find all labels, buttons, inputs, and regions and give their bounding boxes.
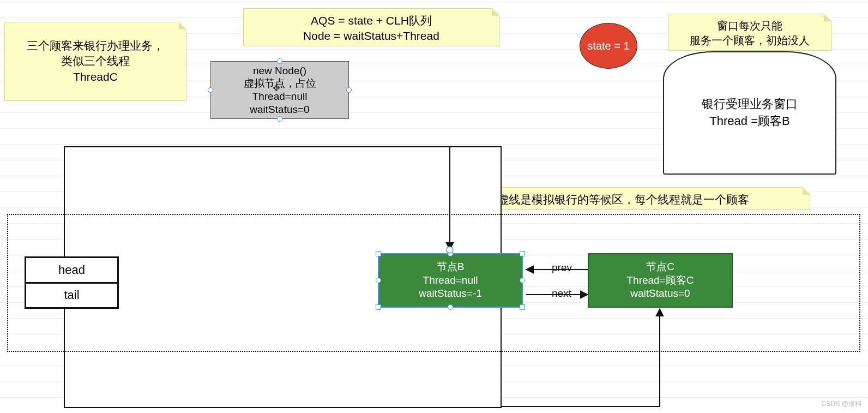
box-virtual-node[interactable]: new Node() 虚拟节点，占位 Thread=null waitStatu…	[210, 61, 349, 119]
selection-handle[interactable]	[520, 304, 525, 310]
selection-handle[interactable]	[376, 304, 381, 310]
note-window-rule: 窗口每次只能 服务一个顾客，初始没人	[668, 14, 831, 51]
bank-service-window: 银行受理业务窗口 Thread =顾客B	[663, 51, 836, 175]
watermark: CSDN @浙桐	[821, 399, 861, 409]
label-next: next	[552, 288, 571, 300]
text-line: 银行受理业务窗口	[664, 96, 835, 113]
text-line: waitStatus=0	[589, 287, 732, 301]
selection-handle[interactable]	[277, 58, 282, 64]
text-line: 虚拟节点，占位	[211, 77, 348, 90]
node-c[interactable]: 节点C Thread=顾客C waitStatus=0	[588, 253, 733, 308]
text-line: Node = waitStatus+Thread	[250, 28, 492, 44]
text-line: ThreadC	[11, 69, 179, 85]
selection-handle[interactable]	[448, 304, 453, 310]
text-line: 窗口每次只能	[675, 19, 824, 33]
text-line: 下面虚线是模拟银行的等候区，每个线程就是一个顾客	[474, 193, 749, 206]
tail-label: tail	[64, 288, 79, 302]
head-tail-box: head tail	[25, 256, 119, 309]
text-line: Thread =顾客B	[664, 113, 835, 130]
head-label: head	[58, 263, 85, 277]
selection-handle[interactable]	[520, 278, 525, 283]
note-aqs-definition: AQS = state + CLH队列 Node = waitStatus+Th…	[243, 8, 499, 46]
text-line: Thread=顾客C	[589, 274, 732, 288]
text-line: Thread=null	[211, 90, 348, 103]
selection-handle[interactable]	[346, 87, 352, 93]
selection-handle[interactable]	[277, 116, 282, 122]
text-line: 类似三个线程	[11, 53, 179, 69]
text-line: waitStatus=0	[211, 103, 348, 116]
selection-handle[interactable]	[448, 251, 453, 256]
text-line: AQS = state + CLH队列	[250, 13, 492, 28]
text-line: 三个顾客来银行办理业务，	[11, 38, 179, 53]
selection-handle[interactable]	[376, 251, 381, 256]
tail-cell: tail	[26, 284, 117, 308]
selection-handle[interactable]	[376, 278, 381, 283]
node-b[interactable]: 节点B Thread=null waitStatus=-1	[378, 253, 523, 308]
node-title: 节点C	[589, 260, 732, 274]
selection-handle[interactable]	[208, 87, 213, 93]
text-line: 服务一个顾客，初始没人	[675, 33, 824, 48]
note-customers: 三个顾客来银行办理业务， 类似三个线程 ThreadC	[4, 22, 186, 101]
state-ellipse: state = 1	[580, 23, 637, 69]
state-label: state = 1	[587, 40, 629, 52]
text-line: Thread=null	[379, 274, 522, 288]
text-line: waitStatus=-1	[379, 287, 522, 301]
label-prev: prev	[552, 262, 572, 274]
selection-handle[interactable]	[520, 251, 525, 256]
head-cell: head	[26, 258, 117, 284]
node-title: 节点B	[379, 260, 522, 274]
text-line: new Node()	[211, 64, 348, 77]
